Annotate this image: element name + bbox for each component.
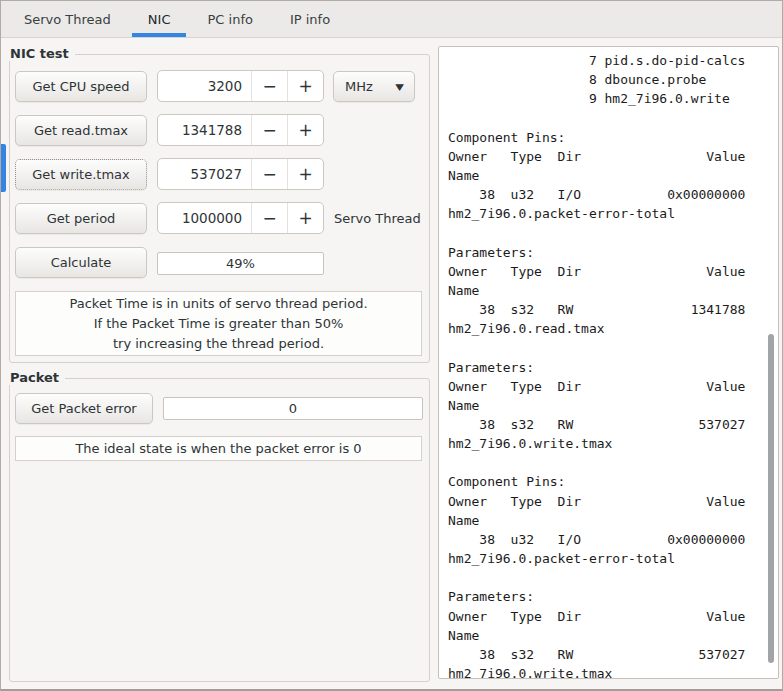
period-spinbox: 1000000 − + <box>157 202 324 234</box>
get-read-tmax-button[interactable]: Get read.tmax <box>15 115 147 146</box>
tab-pc-info[interactable]: PC info <box>191 1 268 37</box>
period-decrement-button[interactable]: − <box>251 203 287 233</box>
plus-icon: + <box>298 76 312 96</box>
left-overlay-scrollbar-indicator[interactable] <box>1 144 6 192</box>
calculate-button[interactable]: Calculate <box>15 247 147 278</box>
plus-icon: + <box>298 164 312 184</box>
read-tmax-decrement-button[interactable]: − <box>251 115 287 145</box>
minus-icon: − <box>262 120 276 140</box>
write-tmax-increment-button[interactable]: + <box>287 159 323 189</box>
note-line-1: Packet Time is in units of servo thread … <box>16 294 421 314</box>
servo-thread-label: Servo Thread <box>334 211 421 226</box>
note-line-2: If the Packet Time is greater than 50% <box>16 314 421 334</box>
get-cpu-speed-button[interactable]: Get CPU speed <box>15 71 147 102</box>
period-value[interactable]: 1000000 <box>158 203 251 233</box>
minus-icon: − <box>262 164 276 184</box>
cpu-speed-increment-button[interactable]: + <box>287 71 323 101</box>
read-tmax-spinbox: 1341788 − + <box>157 114 324 146</box>
tab-bar: Servo Thread NIC PC info IP info <box>1 1 782 38</box>
note-line-3: try increasing the thread period. <box>16 334 421 354</box>
tab-servo-thread[interactable]: Servo Thread <box>8 1 127 37</box>
cpu-speed-decrement-button[interactable]: − <box>251 71 287 101</box>
get-period-button[interactable]: Get period <box>15 203 147 234</box>
read-tmax-value[interactable]: 1341788 <box>158 115 251 145</box>
get-write-tmax-button[interactable]: Get write.tmax <box>15 159 147 190</box>
period-increment-button[interactable]: + <box>287 203 323 233</box>
tab-nic[interactable]: NIC <box>132 1 187 37</box>
packet-error-field[interactable]: 0 <box>163 397 423 420</box>
app-window: Servo Thread NIC PC info IP info NIC tes… <box>0 0 783 691</box>
calculate-result-field[interactable]: 49% <box>157 252 324 275</box>
chevron-down-icon: ▼ <box>395 82 404 92</box>
write-tmax-decrement-button[interactable]: − <box>251 159 287 189</box>
write-tmax-spinbox: 537027 − + <box>157 158 324 190</box>
packet-time-note: Packet Time is in units of servo thread … <box>15 291 422 356</box>
nic-test-frame-label: NIC test <box>9 46 75 61</box>
plus-icon: + <box>298 208 312 228</box>
vertical-scrollbar-thumb[interactable] <box>768 334 774 663</box>
packet-error-note: The ideal state is when the packet error… <box>15 436 422 461</box>
cpu-speed-spinbox: 3200 − + <box>157 70 324 102</box>
write-tmax-value[interactable]: 537027 <box>158 159 251 189</box>
tab-ip-info[interactable]: IP info <box>274 1 346 37</box>
minus-icon: − <box>262 208 276 228</box>
hal-output-text: 7 pid.s.do-pid-calcs 8 dbounce.probe 9 h… <box>439 47 778 679</box>
cpu-unit-dropdown[interactable]: MHz ▼ <box>333 71 415 102</box>
cpu-speed-value[interactable]: 3200 <box>158 71 251 101</box>
cpu-unit-value: MHz <box>345 79 373 94</box>
packet-frame-label: Packet <box>9 370 65 385</box>
minus-icon: − <box>262 76 276 96</box>
hal-output-panel: 7 pid.s.do-pid-calcs 8 dbounce.probe 9 h… <box>438 46 779 679</box>
plus-icon: + <box>298 120 312 140</box>
read-tmax-increment-button[interactable]: + <box>287 115 323 145</box>
get-packet-error-button[interactable]: Get Packet error <box>15 393 153 424</box>
